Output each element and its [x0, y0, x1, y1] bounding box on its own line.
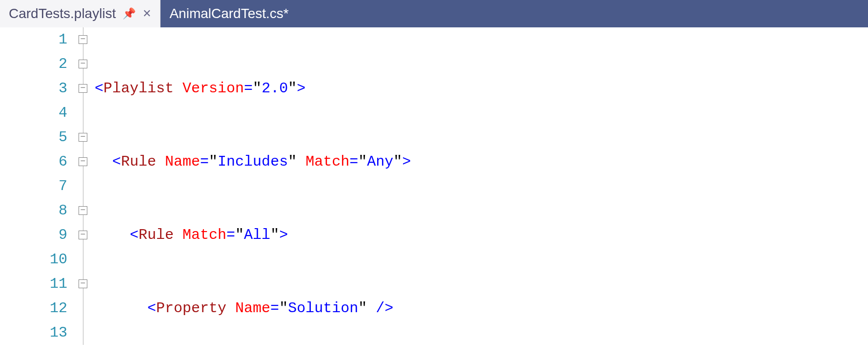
- line-number: 7: [29, 174, 67, 198]
- line-number-margin: 1 2 3 4 5 6 7 8 9 10 11 12 13: [29, 27, 73, 362]
- line-number: 3: [29, 76, 67, 101]
- tab-bar: CardTests.playlist 📌 ✕ AnimalCardTest.cs…: [0, 0, 868, 27]
- code-line[interactable]: <Rule Name="Includes" Match="Any">: [95, 149, 868, 174]
- fold-toggle-icon[interactable]: −: [79, 35, 87, 44]
- line-number: 4: [29, 101, 67, 125]
- code-line[interactable]: <Property Name="Solution" />: [95, 296, 868, 320]
- pin-icon[interactable]: 📌: [122, 7, 136, 20]
- editor-gutter: [0, 27, 29, 362]
- fold-toggle-icon[interactable]: −: [79, 60, 87, 68]
- fold-toggle-icon[interactable]: −: [79, 279, 87, 288]
- line-number: 5: [29, 125, 67, 149]
- tab-cardtests-playlist[interactable]: CardTests.playlist 📌 ✕: [0, 0, 161, 27]
- fold-toggle-icon[interactable]: −: [79, 133, 87, 142]
- outlining-margin: − − − − − − − −: [73, 27, 93, 362]
- code-line[interactable]: <Playlist Version="2.0">: [95, 76, 868, 101]
- line-number: 2: [29, 52, 67, 76]
- tab-label: AnimalCardTest.cs*: [169, 6, 288, 21]
- fold-toggle-icon[interactable]: −: [79, 84, 87, 93]
- line-number: 9: [29, 223, 67, 247]
- tab-label: CardTests.playlist: [9, 6, 116, 21]
- fold-toggle-icon[interactable]: −: [79, 157, 87, 166]
- fold-toggle-icon[interactable]: −: [79, 206, 87, 215]
- fold-toggle-icon[interactable]: −: [79, 231, 87, 239]
- code-line[interactable]: <Rule Match="All">: [95, 223, 868, 247]
- line-number: 8: [29, 198, 67, 223]
- close-icon[interactable]: ✕: [142, 7, 151, 20]
- line-number: 12: [29, 296, 67, 320]
- line-number: 6: [29, 149, 67, 174]
- line-number: 1: [29, 27, 67, 52]
- line-number: 13: [29, 320, 67, 345]
- line-number: 10: [29, 247, 67, 272]
- code-area[interactable]: <Playlist Version="2.0"> <Rule Name="Inc…: [93, 27, 868, 362]
- line-number: 11: [29, 272, 67, 296]
- tab-animalcardtest[interactable]: AnimalCardTest.cs*: [161, 0, 297, 27]
- code-editor[interactable]: 1 2 3 4 5 6 7 8 9 10 11 12 13 − − − − − …: [0, 27, 868, 362]
